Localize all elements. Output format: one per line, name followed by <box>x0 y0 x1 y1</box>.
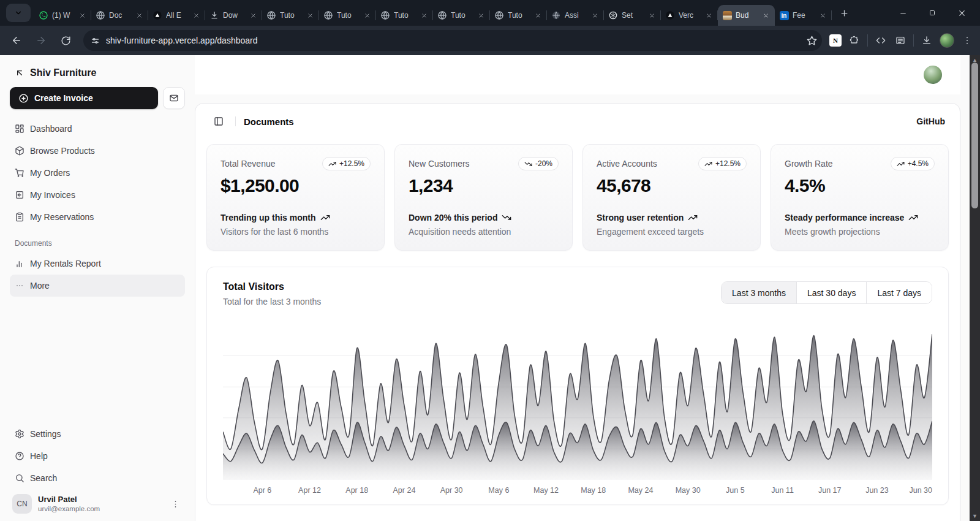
github-link[interactable]: GitHub <box>916 116 945 126</box>
tab-label: (1) W <box>52 11 74 20</box>
sidebar-item-label: Help <box>30 451 48 461</box>
stat-subtext: Visitors for the last 6 months <box>221 227 371 237</box>
browser-profile-avatar[interactable] <box>940 33 954 48</box>
settings-icon <box>15 429 24 439</box>
tab-close-icon[interactable] <box>134 10 144 20</box>
user-avatar: CN <box>12 494 32 514</box>
tab-label: Fee <box>793 11 814 20</box>
tab-label: Tuto <box>394 11 415 20</box>
tab-close-icon[interactable] <box>419 10 429 20</box>
sidebar-item-my-invoices[interactable]: My Invoices <box>10 184 185 206</box>
sidebar-item-browse-products[interactable]: Browse Products <box>10 140 185 162</box>
sidebar-item-dashboard[interactable]: Dashboard <box>10 118 185 140</box>
range-button-last-30-days[interactable]: Last 30 days <box>796 282 866 303</box>
window-minimize-button[interactable] <box>891 4 915 22</box>
mail-icon <box>169 93 179 103</box>
window-restore-button[interactable] <box>920 4 944 22</box>
stat-subtext: Engagement exceed targets <box>597 227 747 237</box>
browser-tab[interactable]: Tuto <box>376 5 433 26</box>
user-menu-kebab-icon[interactable] <box>168 497 183 511</box>
sidebar-item-my-rentals-report[interactable]: My Rentals Report <box>10 253 185 275</box>
scrollbar-thumb[interactable] <box>971 63 978 208</box>
browser-tab[interactable]: Tuto <box>490 5 547 26</box>
tab-close-icon[interactable] <box>191 10 201 20</box>
window-close-button[interactable] <box>949 4 974 22</box>
new-tab-button[interactable] <box>835 4 853 21</box>
trend-up-icon <box>688 213 698 222</box>
create-invoice-button[interactable]: Create Invoice <box>10 87 158 109</box>
brand[interactable]: Shiv Furniture <box>10 64 185 87</box>
site-info-icon[interactable] <box>91 36 100 45</box>
chart-bars-icon <box>15 259 24 268</box>
sidebar-item-help[interactable]: Help <box>10 445 185 467</box>
range-toggle-group: Last 3 monthsLast 30 daysLast 7 days <box>721 281 932 304</box>
browser-tab[interactable]: All E <box>148 5 205 26</box>
tab-close-icon[interactable] <box>590 10 600 20</box>
browser-menu-icon[interactable] <box>960 34 974 47</box>
browser-tab[interactable]: Tuto <box>433 5 490 26</box>
page-scrollbar[interactable]: ▲ ▼ <box>970 55 980 521</box>
browser-tab[interactable]: Verc <box>661 5 718 26</box>
back-button[interactable] <box>6 30 27 51</box>
browser-tab[interactable]: Set <box>604 5 661 26</box>
range-button-last-7-days[interactable]: Last 7 days <box>866 282 932 303</box>
notion-extension-icon[interactable]: N <box>829 34 842 47</box>
sidebar-item-more[interactable]: More <box>10 275 185 297</box>
sidebar-item-my-orders[interactable]: My Orders <box>10 162 185 184</box>
code-extension-icon[interactable] <box>874 34 888 47</box>
total-visitors-card: Total Visitors Total for the last 3 mont… <box>206 267 949 505</box>
tab-close-icon[interactable] <box>704 10 714 20</box>
forward-button[interactable] <box>31 30 51 51</box>
downloads-icon[interactable] <box>920 34 933 47</box>
tab-close-icon[interactable] <box>305 10 315 20</box>
mail-button[interactable] <box>163 87 185 109</box>
list-extension-icon[interactable] <box>894 34 907 47</box>
x-axis-tick: Apr 6 <box>253 486 271 495</box>
sidebar-item-label: Settings <box>30 429 61 439</box>
globe-favicon <box>380 10 390 20</box>
reload-button[interactable] <box>55 30 76 51</box>
url-text[interactable]: shiv-furniture-app.vercel.app/dashboard <box>106 36 799 45</box>
tab-list: (1) WDocAll EDowTutoTutoTutoTutoTutoAssi… <box>34 0 832 26</box>
range-button-last-3-months[interactable]: Last 3 months <box>722 282 796 303</box>
globe-favicon <box>437 10 447 20</box>
profile-avatar[interactable] <box>924 66 942 84</box>
stat-footnote: Steady performance increase <box>785 213 935 222</box>
tab-close-icon[interactable] <box>761 10 771 20</box>
browser-tab[interactable]: (1) W <box>34 5 91 26</box>
browser-tab[interactable]: Doc <box>91 5 148 26</box>
sidebar-bottom-nav: SettingsHelpSearch <box>10 423 185 489</box>
dashboard-icon <box>15 124 24 134</box>
browser-tab-active[interactable]: Bud <box>718 5 775 26</box>
tab-close-icon[interactable] <box>533 10 543 20</box>
browser-tab[interactable]: Tuto <box>262 5 319 26</box>
tab-close-icon[interactable] <box>476 10 486 20</box>
area-chart <box>223 325 932 480</box>
bookmark-star-icon[interactable] <box>805 34 818 47</box>
browser-tab[interactable]: Dow <box>205 5 262 26</box>
tab-label: Tuto <box>280 11 301 20</box>
tab-close-icon[interactable] <box>818 10 827 20</box>
sidebar-item-settings[interactable]: Settings <box>10 423 185 445</box>
stat-footnote-text: Down 20% this period <box>409 213 497 222</box>
sidebar-item-search[interactable]: Search <box>10 467 185 489</box>
tab-close-icon[interactable] <box>362 10 372 20</box>
tab-close-icon[interactable] <box>77 10 87 20</box>
tab-close-icon[interactable] <box>647 10 657 20</box>
sidebar-item-label: More <box>30 281 50 291</box>
browser-tab[interactable]: Assi <box>547 5 604 26</box>
browser-tab[interactable]: inFee <box>775 5 832 26</box>
address-bar[interactable]: shiv-furniture-app.vercel.app/dashboard <box>83 30 822 51</box>
stat-card-header: Growth Rate+4.5% <box>785 157 935 170</box>
user-menu[interactable]: CN Urvil Patel urvil@example.com <box>10 489 185 514</box>
browser-tab[interactable]: Tuto <box>319 5 376 26</box>
sidebar-item-my-reservations[interactable]: My Reservations <box>10 206 185 228</box>
stat-footnote-text: Steady performance increase <box>785 213 904 222</box>
scroll-down-icon[interactable]: ▼ <box>972 512 978 520</box>
tab-search-button[interactable] <box>6 4 31 22</box>
chart-x-axis: Apr 6Apr 12Apr 18Apr 24Apr 30May 6May 12… <box>223 486 932 504</box>
extensions-puzzle-icon[interactable] <box>848 34 861 47</box>
tab-close-icon[interactable] <box>248 10 258 20</box>
sidebar-toggle-button[interactable] <box>210 113 227 130</box>
window-controls <box>891 4 974 22</box>
